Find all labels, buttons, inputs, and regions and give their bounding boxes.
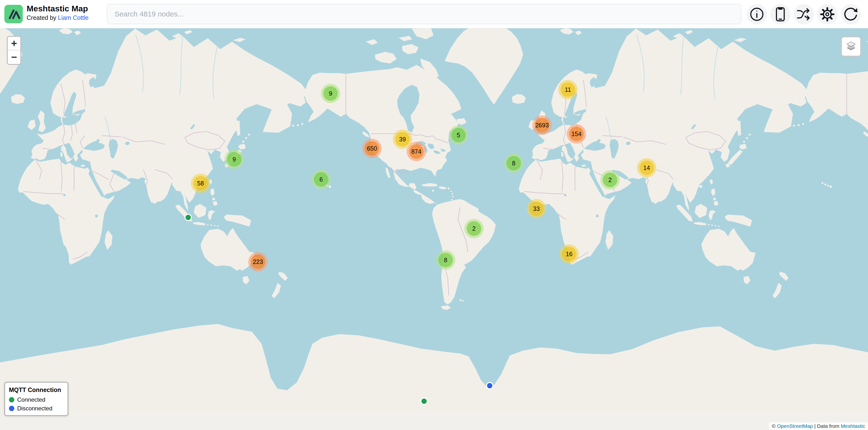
settings-button[interactable] [817, 4, 837, 25]
cluster-marker[interactable]: 650 [362, 139, 382, 158]
search-input[interactable] [107, 4, 741, 24]
antarctica-ice-band [0, 411, 868, 430]
world-map[interactable]: 269315465087422339115814331695968228 [0, 0, 868, 430]
cluster-count: 2 [467, 221, 481, 236]
openstreetmap-link[interactable]: OpenStreetMap [777, 423, 813, 429]
cluster-count: 874 [409, 144, 424, 159]
mqtt-legend-row: Disconnected [9, 405, 64, 412]
search-container [107, 4, 741, 24]
mqtt-legend-title: MQTT Connection [9, 387, 64, 393]
cluster-marker[interactable]: 2 [600, 170, 620, 190]
cluster-count: 58 [193, 176, 208, 191]
meshtastic-link[interactable]: Meshtastic [841, 423, 865, 429]
cluster-marker[interactable]: 8 [504, 154, 523, 173]
mqtt-legend-row: Connected [9, 396, 64, 403]
cluster-count: 2693 [535, 118, 549, 132]
cluster-count: 16 [562, 247, 577, 261]
cluster-count: 33 [529, 201, 544, 216]
cluster-marker[interactable]: 11 [558, 80, 578, 99]
cluster-marker[interactable]: 6 [311, 170, 331, 189]
byline-prefix: Created by [27, 14, 58, 21]
cluster-marker[interactable]: 14 [637, 158, 656, 177]
meshtastic-logo-icon [4, 5, 23, 23]
cluster-marker[interactable]: 2693 [532, 115, 552, 135]
mqtt-legend: MQTT Connection ConnectedDisconnected [4, 382, 68, 416]
info-button[interactable] [747, 4, 767, 25]
cluster-count: 6 [314, 172, 329, 187]
cluster-count: 14 [640, 161, 654, 175]
node-marker-connected[interactable] [421, 398, 428, 405]
legend-status-dot [9, 397, 14, 402]
cluster-marker[interactable]: 8 [436, 250, 455, 270]
zoom-out-button[interactable]: − [8, 51, 20, 64]
page-title: Meshtastic Map [27, 3, 89, 13]
copyright-text: © [772, 423, 777, 429]
cluster-marker[interactable]: 39 [393, 130, 412, 149]
cluster-count: 11 [561, 82, 575, 97]
legend-status-label: Connected [17, 396, 45, 403]
cluster-count: 39 [395, 132, 410, 146]
cluster-count: 650 [365, 141, 379, 156]
refresh-button[interactable] [841, 4, 861, 25]
mobile-app-button[interactable] [770, 4, 790, 25]
top-bar: Meshtastic Map Created by Liam Cottle [0, 0, 868, 28]
attribution-separator: | Data from [813, 423, 841, 429]
map-attribution: © OpenStreetMap | Data from Meshtastic [769, 422, 868, 430]
cluster-marker[interactable]: 223 [248, 252, 268, 271]
node-marker-connected[interactable] [185, 214, 192, 221]
meshtastic-map-app: 269315465087422339115814331695968228 Mes… [0, 0, 868, 430]
cluster-count: 2 [603, 173, 617, 187]
cluster-count: 8 [506, 156, 521, 170]
zoom-in-button[interactable]: + [8, 37, 20, 51]
cluster-count: 9 [227, 152, 242, 167]
cluster-count: 5 [451, 128, 466, 142]
cluster-marker[interactable]: 33 [527, 199, 546, 219]
cluster-marker[interactable]: 16 [559, 244, 579, 264]
cluster-marker[interactable]: 9 [321, 84, 340, 103]
world-map-tiles [0, 0, 868, 430]
node-marker-disconnected[interactable] [486, 382, 493, 389]
cluster-marker[interactable]: 154 [567, 124, 586, 143]
layers-control[interactable] [841, 36, 861, 57]
cluster-count: 8 [438, 253, 453, 267]
cluster-marker[interactable]: 9 [224, 150, 244, 169]
legend-status-label: Disconnected [17, 405, 52, 412]
cluster-marker[interactable]: 5 [449, 125, 468, 145]
cluster-marker[interactable]: 58 [191, 174, 210, 193]
layers-icon [845, 40, 857, 53]
shuffle-button[interactable] [794, 4, 814, 25]
byline: Created by Liam Cottle [27, 13, 89, 22]
cluster-count: 154 [569, 127, 584, 141]
cluster-count: 223 [251, 255, 265, 269]
mqtt-legend-items: ConnectedDisconnected [9, 396, 64, 412]
legend-status-dot [9, 406, 14, 411]
zoom-control: + − [7, 36, 21, 65]
author-link[interactable]: Liam Cottle [58, 14, 88, 21]
cluster-count: 9 [323, 86, 338, 101]
cluster-marker[interactable]: 2 [464, 219, 484, 238]
title-block: Meshtastic Map Created by Liam Cottle [27, 3, 89, 22]
